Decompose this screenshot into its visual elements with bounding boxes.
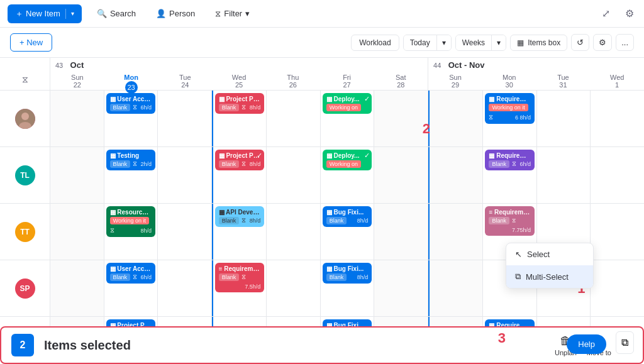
week-44-header: 44 Oct - Nov	[428, 58, 644, 72]
cell-r1-sun2[interactable]	[428, 91, 484, 146]
svg-point-1	[21, 113, 29, 120]
list-item[interactable]: ▦ Requirements Gathering Working on it ⧖…	[485, 93, 535, 124]
weeks-button[interactable]: Weeks	[456, 35, 492, 50]
list-item[interactable]: ✓ ▦ Deploy... Working on	[323, 93, 372, 114]
rows-gutter: TL TT SP	[0, 91, 50, 364]
list-item[interactable]: ▦ Testing Blank ⧖ 2h/d	[106, 150, 156, 170]
layers-button[interactable]: ⧉	[616, 331, 634, 354]
cell-r3-wed[interactable]: ▦ API Development Blank ⧖ 8h/d	[212, 204, 267, 260]
cell-r1-wed2[interactable]	[591, 91, 644, 146]
new-button[interactable]: + New	[10, 33, 52, 52]
items-box-button[interactable]: ▦ Items box	[510, 35, 567, 51]
new-item-button[interactable]: ＋ New Item ▾	[8, 4, 82, 23]
cell-r4-mon[interactable]: ▦ User Acceptance Testing Blank ⧖ 6h/d	[104, 260, 158, 316]
day-mon-30: Mon 30	[482, 72, 536, 90]
cell-r1-tue2[interactable]	[537, 91, 591, 146]
filter-label: Filter	[224, 9, 242, 18]
cell-r2-sun[interactable]	[50, 147, 104, 203]
select-label: Select	[527, 250, 550, 259]
cell-r3-fri[interactable]: ▦ Bug Fixi... Blank 8h/d	[321, 204, 375, 260]
settings-icon[interactable]: ⚙	[623, 5, 636, 22]
select-option[interactable]: ↖ Select	[506, 243, 593, 265]
cell-r2-thu[interactable]	[267, 147, 321, 203]
avatar-row-2: TL	[0, 147, 50, 204]
cell-r2-tue[interactable]	[158, 147, 212, 203]
cell-r4-tue[interactable]	[158, 260, 212, 316]
multi-select-option[interactable]: ⧉ Multi-Select	[506, 265, 593, 288]
workload-button[interactable]: Workload	[351, 35, 399, 51]
help-button[interactable]: Help	[567, 334, 606, 354]
list-item[interactable]: ▦ Requirements Gathering Blank ⧖ 6h/d	[485, 150, 535, 170]
more-label: ...	[621, 38, 628, 47]
list-item[interactable]: ▦ Bug Fixi... Blank 8h/d	[323, 263, 372, 284]
cell-r3-tue[interactable]	[158, 204, 212, 260]
cell-r1-sat[interactable]	[374, 91, 428, 146]
expand-icon[interactable]: ⤢	[599, 5, 613, 22]
filter-button[interactable]: ⧖ Filter ▾	[210, 6, 255, 21]
cell-r2-fri[interactable]: ✓ ▦ Deploy... Working on	[321, 147, 375, 203]
search-label: Search	[110, 9, 136, 18]
cell-r3-thu[interactable]	[267, 204, 321, 260]
list-item[interactable]: ≡ Requirements Gathering 2 | Requirem...…	[485, 206, 535, 236]
list-item[interactable]: ▦ API Development Blank ⧖ 8h/d	[215, 206, 265, 227]
list-item[interactable]: ✓ ▦ Project Planning Blank ⧖ 8h/d	[215, 150, 265, 170]
cell-r1-tue[interactable]	[158, 91, 212, 146]
week-44-section: 44 Oct - Nov Sun 29 Mon 30 Tue 31	[428, 58, 644, 90]
top-toolbar: ＋ New Item ▾ 🔍 Search 👤 Person ⧖ Filter …	[0, 0, 644, 28]
cell-r4-wed[interactable]: ≡ Requirements Gathering ... Blank ⧖ 7.5…	[212, 260, 267, 316]
selected-count: 2	[11, 334, 34, 356]
cell-r4-fri[interactable]: ▦ Bug Fixi... Blank 8h/d	[321, 260, 375, 316]
filter-icon[interactable]: ⧖	[22, 74, 28, 85]
cell-r2-tue2[interactable]	[537, 147, 591, 203]
list-item[interactable]: ▦ User Acceptance Testing Blank ⧖ 6h/d	[106, 263, 156, 284]
cell-r4-sun2[interactable]	[428, 260, 484, 316]
search-button[interactable]: 🔍 Search	[92, 6, 141, 21]
cell-r2-sat[interactable]	[374, 147, 428, 203]
workload-label: Workload	[359, 38, 391, 47]
cell-r3-sun[interactable]	[50, 204, 104, 260]
settings-button[interactable]: ⚙	[593, 34, 612, 51]
more-button[interactable]: ...	[616, 34, 634, 51]
cell-r1-thu[interactable]	[267, 91, 321, 146]
list-item[interactable]: ≡ Requirements Gathering ... Blank ⧖ 7.5…	[215, 263, 265, 292]
cell-r2-mon[interactable]: ▦ Testing Blank ⧖ 2h/d	[104, 147, 158, 203]
person-button[interactable]: 👤 Person	[151, 6, 200, 21]
today-chevron[interactable]: ▾	[437, 35, 451, 50]
list-item[interactable]: ▦ User Acceptance Testing Blank ⧖ 6h/d	[106, 93, 156, 114]
weeks-label: Weeks	[462, 38, 485, 47]
cell-r1-sun[interactable]	[50, 91, 104, 146]
cell-r3-sat[interactable]	[374, 204, 428, 260]
cell-r3-sun2[interactable]	[428, 204, 484, 260]
cell-r1-mon[interactable]: ▦ User Acceptance Testing Blank ⧖ 6h/d	[104, 91, 158, 146]
list-item[interactable]: ▦ Resource Planning Working on it ⧖ 8h/d	[106, 206, 156, 237]
cell-r3-wed2[interactable]	[591, 204, 644, 260]
cell-r2-sun2[interactable]	[428, 147, 484, 203]
new-item-label: New Item	[26, 9, 60, 18]
refresh-button[interactable]: ↺	[571, 34, 589, 51]
cell-r2-wed[interactable]: ✓ ▦ Project Planning Blank ⧖ 8h/d	[212, 147, 267, 203]
search-icon: 🔍	[97, 9, 107, 18]
cell-r1-fri[interactable]: ✓ ▦ Deploy... Working on	[321, 91, 375, 146]
today-button[interactable]: Today	[404, 35, 437, 50]
layers-icon: ⧉	[515, 272, 521, 282]
list-item[interactable]: ▦ Bug Fixi... Blank 8h/d	[323, 206, 372, 227]
cell-r1-mon2[interactable]: ▦ Requirements Gathering Working on it ⧖…	[483, 91, 537, 146]
list-item[interactable]: ▦ Project Planning Blank ⧖ 8h/d	[215, 93, 265, 114]
select-dropdown: ↖ Select ⧉ Multi-Select	[506, 243, 594, 289]
avatar-row-1	[0, 91, 50, 147]
plus-icon: ＋	[15, 8, 23, 19]
list-item[interactable]: ✓ ▦ Deploy... Working on	[323, 150, 372, 170]
days-row-44: Sun 29 Mon 30 Tue 31 Wed 1	[428, 72, 644, 90]
cell-r4-sat[interactable]	[374, 260, 428, 316]
cell-r4-thu[interactable]	[267, 260, 321, 316]
cell-r4-sun[interactable]	[50, 260, 104, 316]
weeks-chevron[interactable]: ▾	[492, 35, 506, 50]
cell-r2-mon2[interactable]: ▦ Requirements Gathering Blank ⧖ 6h/d	[483, 147, 537, 203]
cell-r2-wed2[interactable]	[591, 147, 644, 203]
avatar-2: TL	[15, 165, 35, 185]
cell-r3-mon[interactable]: ▦ Resource Planning Working on it ⧖ 8h/d	[104, 204, 158, 260]
calendar-grid: TL TT SP	[0, 91, 644, 364]
oct-label: Oct	[70, 60, 84, 70]
cell-r1-wed[interactable]: ▦ Project Planning Blank ⧖ 8h/d	[212, 91, 267, 146]
cell-r4-wed2[interactable]	[591, 260, 644, 316]
